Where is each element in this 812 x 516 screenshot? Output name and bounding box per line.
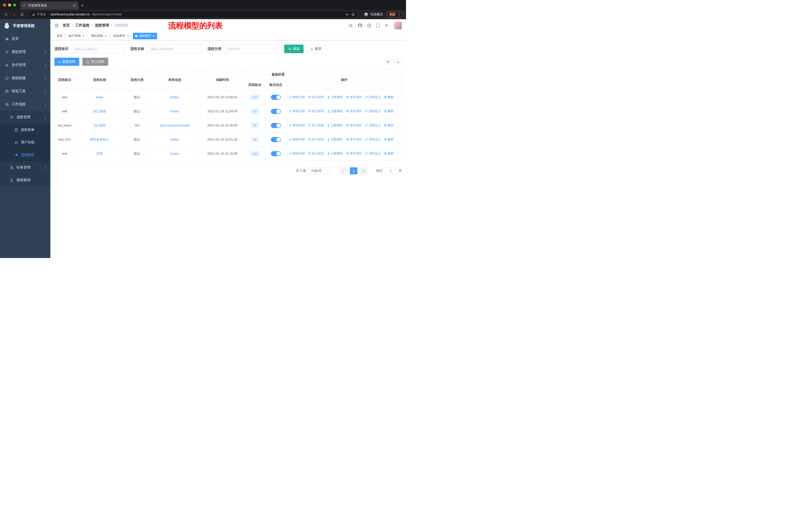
active-toggle[interactable] — [271, 95, 281, 100]
breadcrumb-workflow[interactable]: 工作流程 — [75, 23, 89, 28]
collapse-sidebar-icon[interactable] — [54, 23, 59, 28]
close-icon[interactable]: ✕ — [105, 34, 107, 37]
design-process-link[interactable]: 设计流程 — [308, 95, 324, 99]
form-info-link[interactable]: biubiu — [170, 95, 179, 99]
reload-icon[interactable] — [19, 11, 26, 18]
assign-rule-link[interactable]: 分配规则 — [327, 109, 343, 113]
publish-process-link[interactable]: 发布流程 — [346, 137, 362, 142]
delete-process-link[interactable]: 删除 — [384, 137, 394, 142]
sidebar-item-devtools[interactable]: 研发工具 — [0, 85, 50, 98]
delete-process-link[interactable]: 删除 — [384, 95, 394, 99]
design-process-link[interactable]: 设计流程 — [308, 152, 324, 156]
github-icon[interactable] — [358, 23, 362, 28]
process-name-link[interactable]: 测试多审批人 — [90, 138, 110, 141]
publish-process-link[interactable]: 发布流程 — [346, 95, 362, 99]
sidebar-item-process-form[interactable]: 流程表单 — [0, 124, 50, 136]
sidebar-item-system[interactable]: 系统管理 — [0, 45, 50, 58]
form-info-link[interactable]: biubiu — [170, 109, 179, 113]
sidebar-item-infra[interactable]: 基础设施 — [0, 72, 50, 85]
reset-button[interactable]: 重置 — [306, 45, 325, 53]
process-name-link[interactable]: 滔博 — [96, 152, 103, 156]
category-select[interactable]: 流程分类 — [224, 45, 279, 53]
delete-process-link[interactable]: 删除 — [384, 109, 394, 113]
tab-close-icon[interactable]: ✕ — [73, 4, 76, 7]
assign-rule-link[interactable]: 分配规则 — [327, 95, 343, 99]
sidebar-item-workflow[interactable]: 工作流程 — [0, 98, 50, 111]
goto-page-input[interactable] — [385, 167, 396, 174]
process-key-input[interactable] — [71, 45, 124, 53]
current-page-button[interactable]: 1 — [350, 167, 357, 174]
browser-menu-icon[interactable]: ⋮ — [398, 12, 401, 17]
sidebar-item-task-management[interactable]: 任务管理 — [0, 161, 50, 174]
close-icon[interactable]: ✕ — [126, 34, 129, 37]
delete-process-link[interactable]: 删除 — [384, 123, 394, 128]
process-name-link[interactable]: OA 请假 — [94, 124, 106, 127]
assign-rule-link[interactable]: 分配规则 — [327, 152, 343, 156]
close-window-icon[interactable] — [3, 3, 6, 6]
search-icon[interactable] — [349, 23, 353, 28]
assign-rule-link[interactable]: 分配规则 — [327, 123, 343, 128]
page-size-select[interactable]: 10条/页 — [309, 167, 331, 174]
process-definition-link[interactable]: 流程定义 — [365, 123, 381, 128]
refresh-table-button[interactable] — [395, 58, 402, 65]
publish-process-link[interactable]: 发布流程 — [346, 109, 362, 113]
publish-process-link[interactable]: 发布流程 — [346, 152, 362, 156]
edit-process-link[interactable]: 修改流程 — [289, 109, 305, 113]
show-search-button[interactable] — [384, 58, 392, 65]
sidebar-item-process-model[interactable]: 流程模型 — [0, 148, 50, 161]
sidebar-item-leave-query[interactable]: 请假查询 — [0, 174, 50, 186]
next-page-button[interactable] — [360, 167, 368, 174]
create-process-button[interactable]: + 新建流程 — [54, 58, 79, 66]
forward-icon[interactable] — [10, 11, 18, 18]
minimize-window-icon[interactable] — [8, 3, 11, 6]
tag-my-process[interactable]: 我的流程 ✕ — [89, 33, 109, 39]
tag-tenant[interactable]: 租户管理 ✕ — [66, 33, 87, 39]
security-status[interactable]: 不安全 — [32, 12, 46, 17]
close-icon[interactable]: ✕ — [152, 34, 155, 37]
breadcrumb-home[interactable]: 首页 — [63, 23, 70, 28]
import-process-button[interactable]: 导入流程 — [82, 58, 108, 66]
search-button[interactable]: 搜索 — [284, 45, 303, 53]
tag-process-model[interactable]: 流程模型 ✕ — [133, 33, 157, 39]
sidebar-item-payment[interactable]: ¥ 支付管理 — [0, 58, 50, 72]
edit-process-link[interactable]: 修改流程 — [289, 152, 305, 156]
edit-process-link[interactable]: 修改流程 — [289, 95, 305, 99]
key-icon[interactable] — [345, 12, 349, 17]
design-process-link[interactable]: 设计流程 — [308, 137, 324, 142]
process-definition-link[interactable]: 流程定义 — [365, 109, 381, 113]
form-info-link[interactable]: biubiu — [170, 138, 179, 141]
prev-page-button[interactable] — [340, 167, 347, 174]
active-toggle[interactable] — [271, 123, 281, 128]
back-icon[interactable] — [2, 11, 9, 18]
font-size-icon[interactable]: TT — [385, 23, 389, 28]
assign-rule-link[interactable]: 分配规则 — [327, 137, 343, 142]
active-toggle[interactable] — [271, 137, 281, 142]
delete-process-link[interactable]: 删除 — [384, 152, 394, 156]
fullscreen-icon[interactable] — [376, 23, 380, 27]
close-icon[interactable]: ✕ — [82, 34, 85, 37]
form-info-link[interactable]: biubiu — [170, 152, 179, 156]
sidebar-item-process-management[interactable]: 流程管理 — [0, 111, 50, 124]
tag-home[interactable]: 首页 — [54, 33, 65, 39]
zoom-window-icon[interactable] — [13, 3, 16, 6]
edit-process-link[interactable]: 修改流程 — [289, 137, 305, 142]
process-name-input[interactable] — [147, 45, 202, 53]
process-name-link[interactable]: 自己审批 — [93, 109, 106, 113]
new-tab-button[interactable]: + — [79, 2, 86, 9]
active-toggle[interactable] — [271, 151, 281, 156]
process-definition-link[interactable]: 流程定义 — [365, 137, 381, 142]
user-avatar[interactable] — [394, 21, 402, 29]
tag-process-form[interactable]: 流程表单 ✕ — [111, 33, 132, 39]
design-process-link[interactable]: 设计流程 — [308, 109, 324, 113]
breadcrumb-process-mgmt[interactable]: 流程管理 — [95, 23, 109, 28]
edit-process-link[interactable]: 修改流程 — [289, 123, 305, 128]
process-definition-link[interactable]: 流程定义 — [365, 152, 381, 156]
form-info-link[interactable]: /bpm/oa/leave/create — [160, 124, 190, 127]
design-process-link[interactable]: 设计流程 — [308, 123, 324, 128]
active-toggle[interactable] — [271, 109, 281, 114]
publish-process-link[interactable]: 发布流程 — [346, 123, 362, 128]
process-definition-link[interactable]: 流程定义 — [365, 95, 381, 99]
sidebar-item-user-group[interactable]: 用户分组 — [0, 136, 50, 148]
bookmark-star-icon[interactable] — [351, 12, 355, 17]
sidebar-item-home[interactable]: 首页 — [0, 32, 50, 45]
